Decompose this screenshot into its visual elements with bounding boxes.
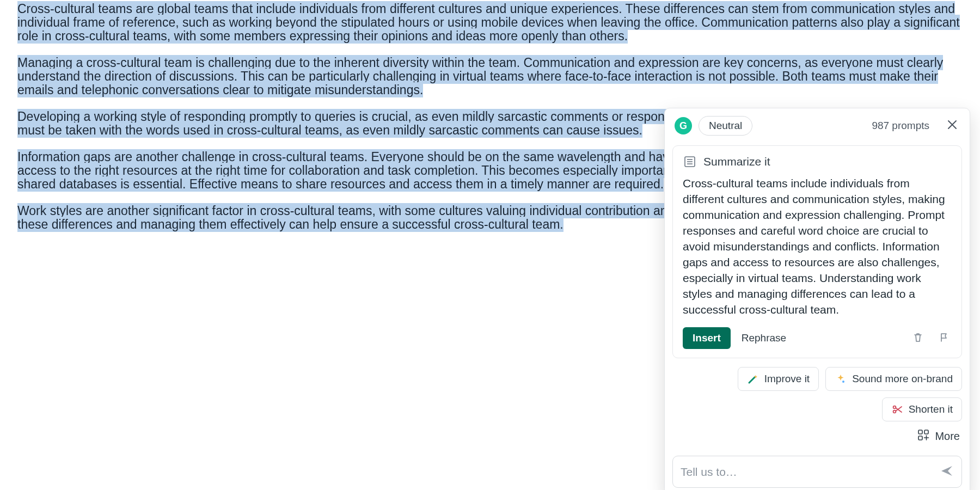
shorten-chip[interactable]: Shorten it (882, 397, 962, 421)
improve-chip[interactable]: Improve it (738, 367, 819, 391)
prompt-input-box[interactable] (672, 456, 962, 488)
summary-card: Summarize it Cross-cultural teams includ… (672, 145, 962, 358)
sparkle-icon (835, 373, 847, 385)
article-paragraph: Cross-cultural teams are global teams th… (17, 2, 965, 43)
chip-label: Improve it (764, 373, 810, 385)
insert-button[interactable]: Insert (683, 327, 731, 349)
svg-rect-9 (918, 436, 922, 440)
card-actions: Insert Rephrase (683, 327, 952, 349)
card-title: Summarize it (703, 155, 770, 168)
flag-icon (939, 332, 950, 345)
more-label: More (935, 430, 960, 443)
tone-chip[interactable]: Neutral (699, 116, 752, 136)
card-title-row: Summarize it (683, 155, 952, 169)
article-paragraph: Managing a cross-cultural team is challe… (17, 56, 965, 97)
highlighted-text: Cross-cultural teams are global teams th… (17, 1, 960, 44)
more-button[interactable]: More (917, 429, 960, 444)
prompt-input[interactable] (681, 465, 940, 479)
flag-button[interactable] (936, 330, 952, 346)
rephrase-button[interactable]: Rephrase (742, 332, 786, 344)
chip-label: Sound more on-brand (852, 373, 953, 385)
list-icon (683, 155, 697, 169)
scissors-icon (891, 403, 903, 415)
svg-rect-7 (918, 430, 922, 434)
suggestion-chip-row: Improve it Sound more on-brand Shorten i… (672, 367, 962, 421)
close-icon (947, 119, 957, 133)
svg-rect-8 (924, 430, 928, 434)
prompts-remaining: 987 prompts (872, 120, 929, 132)
trash-icon (912, 332, 923, 345)
delete-button[interactable] (910, 330, 926, 346)
panel-header: G Neutral 987 prompts (665, 108, 970, 142)
assistant-panel: G Neutral 987 prompts Summarize it Cross… (664, 108, 970, 490)
send-button[interactable] (940, 464, 954, 480)
wand-icon (747, 373, 759, 385)
close-button[interactable] (945, 118, 960, 133)
highlighted-text: Managing a cross-cultural team is challe… (17, 55, 943, 97)
send-icon (940, 471, 954, 480)
svg-point-4 (842, 381, 844, 383)
grammarly-logo-icon: G (675, 117, 692, 134)
grid-add-icon (917, 429, 929, 444)
chip-label: Shorten it (909, 403, 953, 415)
onbrand-chip[interactable]: Sound more on-brand (825, 367, 962, 391)
summary-text: Cross-cultural teams include individuals… (683, 175, 952, 317)
